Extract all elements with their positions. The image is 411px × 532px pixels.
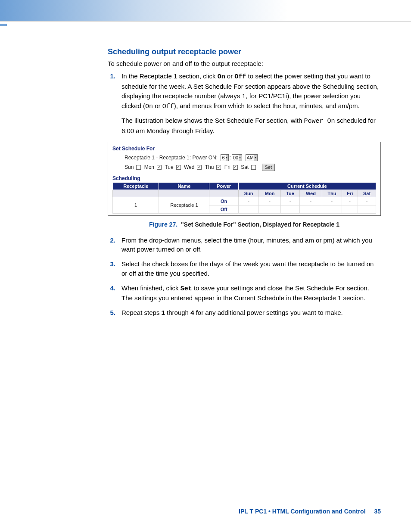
receptacle-number: 1 [113, 197, 159, 213]
schedule-table: Receptacle Name Power Current Schedule S… [112, 182, 376, 214]
day-label: Sat [241, 164, 249, 170]
step-body: Repeat steps 1 through 4 for any additio… [121, 308, 343, 317]
step-number: 3. [108, 259, 115, 278]
day-checkbox[interactable] [251, 165, 256, 170]
step-body: In the Receptacle 1 section, click On or… [121, 72, 381, 136]
schedule-cell[interactable]: - [280, 197, 299, 205]
figure-screenshot: Set Schedule For Receptacle 1 - Receptac… [108, 142, 381, 216]
page-top-gradient [0, 0, 411, 22]
day-checkbox[interactable] [157, 165, 162, 170]
day-label: Thu [205, 164, 214, 170]
schedule-cell[interactable]: - [259, 205, 281, 213]
intro-text: To schedule power on and off to the outp… [108, 60, 381, 67]
schedule-cell[interactable]: - [322, 197, 342, 205]
schedule-cell[interactable]: - [358, 205, 376, 213]
schedule-cell[interactable]: - [280, 205, 299, 213]
minute-select[interactable]: 00 [232, 154, 242, 161]
section-heading: Scheduling output receptacle power [108, 47, 381, 56]
day-label: Fri [224, 164, 230, 170]
step-number: 4. [108, 283, 115, 303]
step-body: Select the check boxes for the days of t… [121, 259, 381, 278]
day-checkbox[interactable] [176, 165, 181, 170]
day-column-header: Thu [322, 190, 342, 197]
step-number: 5. [108, 308, 115, 317]
schedule-cell[interactable]: - [322, 205, 342, 213]
power-off-label[interactable]: Off [209, 205, 238, 213]
schedule-cell[interactable]: - [300, 197, 322, 205]
power-on-label[interactable]: On [209, 197, 238, 205]
hour-select[interactable]: 6 [221, 154, 228, 161]
set-schedule-header: Set Schedule For [112, 146, 376, 152]
schedule-cell[interactable]: - [342, 197, 358, 205]
schedule-cell[interactable]: - [238, 205, 259, 213]
day-checkbox[interactable] [197, 165, 202, 170]
day-column-header: Tue [280, 190, 299, 197]
set-line-text: Receptacle 1 - Receptacle 1: Power ON: [125, 155, 218, 161]
day-column-header: Sat [358, 190, 376, 197]
figure-caption: Figure 27. "Set Schedule For" Section, D… [108, 221, 381, 228]
day-column-header: Mon [259, 190, 281, 197]
schedule-cell[interactable]: - [358, 197, 376, 205]
day-checkbox[interactable] [216, 165, 221, 170]
left-margin-rule [0, 24, 7, 26]
day-column-header: Sun [238, 190, 259, 197]
set-button[interactable]: Set [262, 164, 275, 171]
day-checkbox[interactable] [233, 165, 238, 170]
day-column-header: Wed [300, 190, 322, 197]
day-label: Mon [144, 164, 154, 170]
step-number: 1. [108, 72, 115, 136]
day-label: Wed [184, 164, 194, 170]
schedule-cell[interactable]: - [238, 197, 259, 205]
day-column-header: Fri [342, 190, 358, 197]
receptacle-name: Receptacle 1 [159, 197, 209, 213]
day-label: Tue [165, 164, 173, 170]
page-footer: IPL T PC1 • HTML Configuration and Contr… [239, 508, 381, 515]
schedule-cell[interactable]: - [300, 205, 322, 213]
day-checkbox[interactable] [136, 165, 141, 170]
scheduling-header: Scheduling [112, 175, 376, 181]
step-body: When finished, click Set to save your se… [121, 283, 381, 303]
schedule-cell[interactable]: - [259, 197, 281, 205]
day-label: Sun [125, 164, 134, 170]
step-body: From the drop-down menus, select the tim… [121, 236, 381, 255]
step-number: 2. [108, 236, 115, 255]
schedule-cell[interactable]: - [342, 205, 358, 213]
ampm-select[interactable]: AM [246, 154, 258, 161]
